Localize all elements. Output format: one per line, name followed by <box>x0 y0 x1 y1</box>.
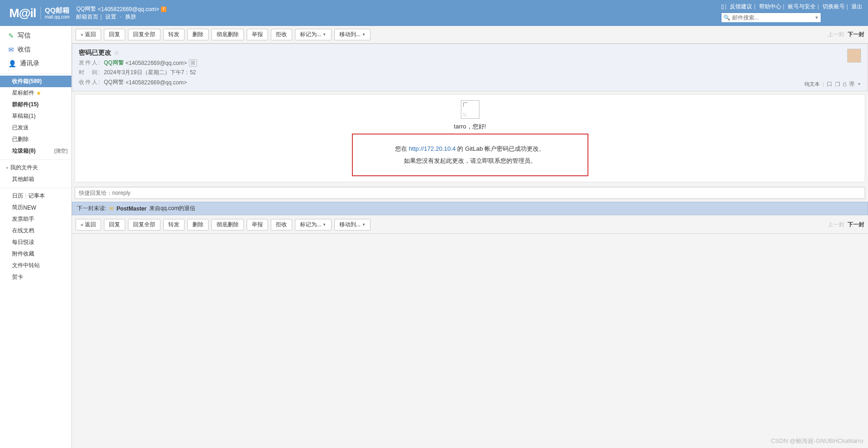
delete-forever-button[interactable]: 彻底删除 <box>211 29 244 40</box>
to-label: 收件人: <box>79 78 102 86</box>
folder-inbox[interactable]: 收件箱(589) <box>0 76 71 87</box>
alert-box: 您在 http://172.20.10.4 的 GitLab 帐户密码已成功更改… <box>352 134 588 176</box>
calendar-notes[interactable]: 日历|记事本 <box>0 190 71 202</box>
plain-text-link[interactable]: 纯文本 <box>804 81 820 88</box>
body-line1-pre: 您在 <box>395 145 409 152</box>
header-links: ▯| 反馈建议| 帮助中心| 账号与安全| 切换账号| 退出 <box>721 3 863 11</box>
header-info: QQ网警<1405822669@qq.com> 邮箱首页| 设置 - 换肤 <box>76 5 166 21</box>
new-badge: NEW <box>23 205 36 211</box>
avatar[interactable] <box>847 49 861 63</box>
mobile-icon[interactable]: ▯ <box>721 3 724 10</box>
resume[interactable]: 简历NEW <box>0 202 71 213</box>
link-logout[interactable]: 退出 <box>851 3 862 10</box>
reply-all-button[interactable]: 回复全部 <box>128 219 160 230</box>
link-feedback[interactable]: 反馈建议 <box>730 3 752 10</box>
my-folders[interactable]: ▸我的文件夹 <box>0 162 71 173</box>
trash-clear[interactable]: [清空] <box>54 147 68 154</box>
more-icon[interactable]: 導 <box>849 80 855 88</box>
reject-button[interactable]: 拒收 <box>271 29 292 40</box>
search-input[interactable] <box>732 14 815 21</box>
inbox-icon: ✉ <box>8 46 14 53</box>
nav-skin[interactable]: 换肤 <box>125 13 136 20</box>
envelope-icon: ✉ <box>109 205 114 212</box>
report-button[interactable]: 举报 <box>247 219 268 230</box>
quick-reply-input[interactable] <box>75 187 865 199</box>
from-tag: 国 <box>189 59 197 67</box>
chevron-down-icon: ▼ <box>362 223 366 227</box>
mail-tools: 纯文本| 口 ❐ ⎙ 導 ▼ <box>804 80 861 88</box>
body-line2: 如果您没有发起此更改，请立即联系您的管理员。 <box>362 155 578 167</box>
folder-sent[interactable]: 已发送 <box>0 122 71 134</box>
link-help[interactable]: 帮助中心 <box>759 3 781 10</box>
search-box[interactable]: 🔍 ▼ <box>721 13 821 23</box>
mark-as-button[interactable]: 标记为...▼ <box>295 29 332 40</box>
star-outline-icon[interactable]: ☆ <box>114 50 119 56</box>
link-security[interactable]: 账号与安全 <box>788 3 816 10</box>
to-email: <1405822669@qq.com> <box>126 79 187 86</box>
compose-icon: ✎ <box>8 32 14 39</box>
invoice-helper[interactable]: 发票助手 <box>0 213 71 225</box>
newwin-icon[interactable]: ❐ <box>835 81 840 88</box>
online-doc[interactable]: 在线文档 <box>0 225 71 237</box>
file-transfer[interactable]: 文件中转站 <box>0 260 71 271</box>
header: M@il QQ邮箱 mail.qq.com QQ网警<1405822669@qq… <box>0 0 868 26</box>
delete-forever-button[interactable]: 彻底删除 <box>211 219 244 230</box>
logo-icon: M@il <box>9 6 36 20</box>
reply-all-button[interactable]: 回复全部 <box>128 29 160 40</box>
report-button[interactable]: 举报 <box>247 29 268 40</box>
mail-subject: 密码已更改☆ <box>79 49 861 57</box>
forward-button[interactable]: 转发 <box>163 219 185 230</box>
mark-as-button[interactable]: 标记为...▼ <box>295 219 332 230</box>
link-switch[interactable]: 切换账号 <box>823 3 845 10</box>
search-dropdown-icon[interactable]: ▼ <box>815 15 819 20</box>
back-button[interactable]: «返回 <box>76 29 101 40</box>
body-link[interactable]: http://172.20.10.4 <box>409 145 456 152</box>
prev-mail: 上一封 <box>828 221 844 228</box>
delete-button[interactable]: 删除 <box>187 219 209 230</box>
next-unread-bar[interactable]: 下一封未读: ✉ PostMaster 来自qq.com的退信 <box>72 202 868 215</box>
folder-group[interactable]: 群邮件(15) <box>0 99 71 110</box>
next-label: 下一封未读: <box>77 205 106 212</box>
next-subject: 来自qq.com的退信 <box>149 205 195 212</box>
prev-mail: 上一封 <box>828 31 844 38</box>
print-icon[interactable]: ⎙ <box>843 81 846 88</box>
folder-deleted[interactable]: 已删除 <box>0 134 71 145</box>
forward-button[interactable]: 转发 <box>163 29 185 40</box>
reply-button[interactable]: 回复 <box>104 219 125 230</box>
next-mail[interactable]: 下一封 <box>848 221 864 228</box>
to-name: QQ网警 <box>104 78 124 86</box>
folder-drafts[interactable]: 草稿箱(1) <box>0 110 71 122</box>
back-button[interactable]: «返回 <box>76 219 101 230</box>
sidebar-contacts[interactable]: 👤通讯录 <box>0 57 71 70</box>
contacts-icon: 👤 <box>8 60 16 67</box>
back-icon: « <box>81 32 83 37</box>
daily-read[interactable]: 每日悦读 <box>0 237 71 248</box>
mail-header: 密码已更改☆ 发件人:QQ网警 <1405822669@qq.com> 国 时 … <box>72 44 868 91</box>
encoding-icon[interactable]: 口 <box>827 80 832 88</box>
delete-button[interactable]: 删除 <box>187 29 209 40</box>
folder-starred[interactable]: 星标邮件★ <box>0 87 71 99</box>
reject-button[interactable]: 拒收 <box>271 219 292 230</box>
next-mail[interactable]: 下一封 <box>848 31 864 38</box>
attachments[interactable]: 附件收藏 <box>0 248 71 260</box>
from-name[interactable]: QQ网警 <box>104 59 124 67</box>
sidebar-receive[interactable]: ✉收信 <box>0 43 71 57</box>
other-mailbox[interactable]: 其他邮箱 <box>0 173 71 185</box>
greeting-card[interactable]: 贺卡 <box>0 271 71 283</box>
nav-home[interactable]: 邮箱首页 <box>76 13 98 20</box>
move-to-button[interactable]: 移动到...▼ <box>334 29 371 40</box>
chevron-down-icon: ▼ <box>323 32 326 37</box>
broken-image-icon <box>461 100 479 119</box>
chevron-down-icon[interactable]: ▼ <box>857 82 861 86</box>
from-label: 发件人: <box>79 59 102 67</box>
account-name: QQ网警 <box>76 5 96 13</box>
reply-button[interactable]: 回复 <box>104 29 125 40</box>
search-icon: 🔍 <box>723 14 730 21</box>
logo[interactable]: M@il QQ邮箱 mail.qq.com <box>9 6 70 20</box>
move-to-button[interactable]: 移动到...▼ <box>334 219 371 230</box>
chevron-down-icon: ▼ <box>323 223 326 227</box>
folder-trash[interactable]: 垃圾箱(8)[清空] <box>0 145 71 157</box>
sidebar-compose[interactable]: ✎写信 <box>0 29 71 43</box>
warning-icon[interactable] <box>161 6 166 12</box>
nav-settings[interactable]: 设置 <box>105 13 116 20</box>
